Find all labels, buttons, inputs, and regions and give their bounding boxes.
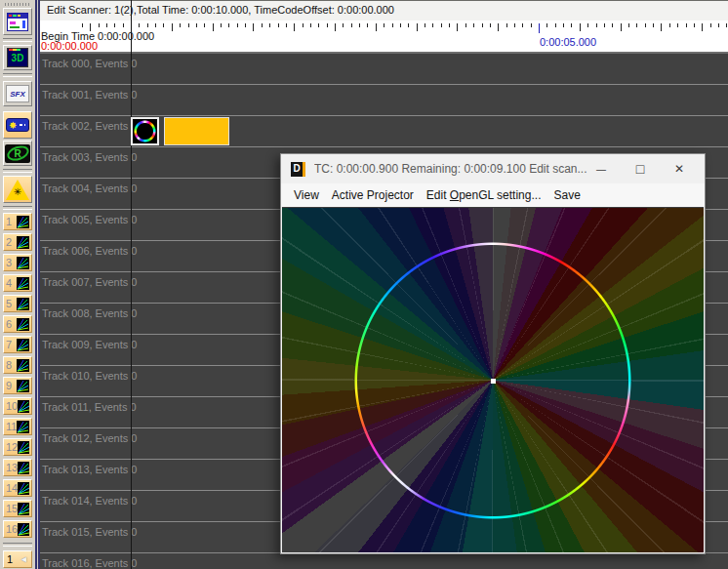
scanner-button-10[interactable]: 10 [3, 397, 32, 415]
track-label: Track 011, Events 0 [42, 401, 137, 413]
scanner-button-label: 5 [6, 298, 12, 309]
menu-active-projector[interactable]: Active Projector [332, 188, 414, 202]
scanner-button-label: 3 [6, 257, 12, 268]
ruler-tick [694, 23, 695, 27]
show-editor-button[interactable] [3, 8, 32, 35]
ruler-tick [384, 23, 384, 27]
scanner-button-label: 4 [6, 277, 12, 289]
ruler-tick [653, 23, 654, 27]
ruler-tick [636, 23, 637, 27]
ruler-tick [139, 23, 140, 27]
ruler-tick [669, 23, 670, 27]
track-label: Track 005, Events 0 [42, 214, 137, 225]
track-label: Track 016, Events 0 [42, 557, 137, 569]
ruler-tick [621, 23, 622, 31]
laser-frame-icon: ✸ [6, 118, 29, 132]
app-d-icon: D [291, 162, 305, 177]
total-time-label: Total Time: 0:00:10.000, TimeCodeOffset:… [137, 4, 394, 16]
scanner-button-7[interactable]: 7 [3, 336, 32, 353]
scanner-button-9[interactable]: 9 [3, 377, 32, 394]
track-row[interactable]: Track 016, Events 0 [40, 553, 728, 569]
laser-output-button[interactable]: ✳ [3, 176, 32, 203]
r-logo-button[interactable]: R [3, 141, 32, 166]
scanner-button-label: 9 [6, 380, 12, 391]
ruler-tick [204, 23, 205, 27]
laser-frame-button[interactable]: ✸ [3, 111, 32, 139]
minimize-button[interactable]: — [582, 164, 621, 175]
ruler-tick [172, 23, 173, 31]
scanner-button-8[interactable]: 8 [3, 356, 32, 374]
track-label: Track 014, Events 0 [42, 495, 137, 507]
track-row[interactable]: Track 001, Events 0 [40, 85, 728, 116]
scanner-button-12[interactable]: 12 [3, 438, 32, 456]
track-label: Track 010, Events 0 [42, 370, 137, 382]
scanner-button-14[interactable]: 14 [3, 479, 32, 497]
menu-view[interactable]: View [294, 188, 319, 202]
laser-beam-icon [17, 277, 29, 290]
ruler-tick [546, 23, 547, 27]
edit-scanner-label: Edit Scanner: 1(2), [47, 4, 137, 16]
timeline-header: Edit Scanner: 1(2), Total Time: 0:00:10.… [40, 0, 728, 21]
laser-beam-icon [17, 318, 29, 331]
3d-view-button[interactable]: 3D [3, 45, 32, 70]
scanner-button-label: 13 [6, 462, 18, 473]
time-ruler[interactable]: Begin Time 0:00:00.000 0:00:00.000 0:00:… [40, 20, 728, 54]
track-label: Track 003, Events 0 [42, 151, 137, 163]
ruler-tick [310, 23, 311, 27]
scanner-button-label: 10 [6, 400, 18, 412]
panel-splitter[interactable] [35, 0, 40, 569]
monitor-button-group: 1◄2◄3◄ [0, 550, 35, 569]
laser-beam-icon [17, 216, 29, 228]
track-label: Track 006, Events 0 [42, 245, 137, 257]
preview-title: TC: 0:00:00.900 Remaining: 0:00:09.100 E… [314, 162, 587, 176]
ruler-tick [237, 23, 238, 27]
ruler-tick [498, 23, 499, 31]
track-row[interactable]: Track 002, Events 0 [40, 116, 728, 147]
laser-beam-icon [18, 523, 29, 536]
ruler-tick [482, 23, 483, 27]
scanner-button-4[interactable]: 4 [3, 274, 32, 292]
scanner-button-1[interactable]: 1 [3, 213, 32, 230]
timeline-event-block[interactable] [164, 117, 229, 145]
ruler-tick [563, 23, 564, 27]
ruler-tick [392, 23, 393, 27]
ruler-tick [555, 23, 556, 27]
monitor-button-1[interactable]: 1◄ [3, 550, 32, 568]
menu-save[interactable]: Save [553, 188, 580, 202]
maximize-button[interactable]: □ [621, 161, 660, 177]
sfx-button[interactable]: SFX [3, 81, 32, 106]
ruler-tick [123, 23, 124, 27]
ruler-tick [539, 23, 540, 33]
event-thumbnail[interactable] [131, 117, 159, 145]
ruler-tick [335, 23, 336, 31]
track-row[interactable]: Track 000, Events 0 [40, 54, 728, 85]
scanner-button-13[interactable]: 13 [3, 459, 32, 476]
ruler-tick [432, 23, 433, 27]
ruler-tick [188, 23, 189, 27]
preview-titlebar[interactable]: D TC: 0:00:00.900 Remaining: 0:00:09.100… [281, 154, 705, 183]
ruler-tick [604, 23, 605, 27]
scanner-button-6[interactable]: 6 [3, 315, 32, 333]
toolbar-drag-handle[interactable] [5, 3, 30, 6]
close-button[interactable]: ✕ [660, 162, 699, 176]
ruler-tick [571, 23, 572, 27]
ruler-tick [628, 23, 629, 27]
scanner-button-11[interactable]: 11 [3, 418, 32, 435]
scanner-button-3[interactable]: 3 [3, 254, 32, 271]
laser-beam-icon [17, 380, 29, 392]
laser-beam-icon [18, 462, 29, 474]
scanner-button-5[interactable]: 5 [3, 295, 32, 312]
laser-center-dot [491, 379, 496, 384]
left-toolbar: 3D SFX ✸ R ✳ 12345678910111213141516 1◄2… [0, 0, 35, 569]
ruler-tick [221, 23, 222, 27]
scanner-button-16[interactable]: 16 [3, 520, 32, 538]
ruler-tick [465, 23, 466, 27]
scanner-button-2[interactable]: 2 [3, 233, 32, 251]
ruler-tick [441, 23, 442, 27]
monitor-arrow-icon: ◄ [20, 554, 28, 564]
scanner-button-15[interactable]: 15 [3, 500, 32, 517]
ruler-tick [269, 23, 270, 27]
menu-edit-opengl[interactable]: Edit OpenGL setting... [426, 188, 542, 202]
scanner-button-label: 8 [6, 359, 12, 371]
laser-beam-icon [18, 503, 29, 515]
